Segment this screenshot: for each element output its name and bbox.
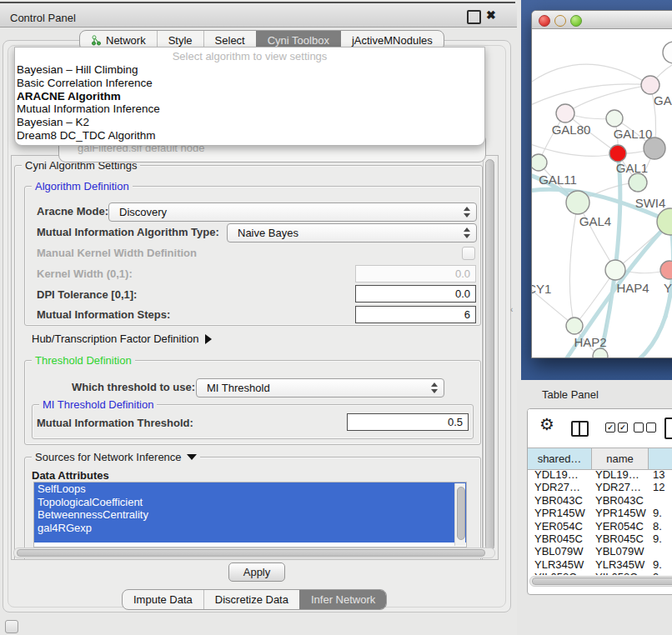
mi-type-combo[interactable]: Naive Bayes — [227, 223, 477, 242]
attribute-item-betweennesscentrality[interactable]: BetweennessCentrality — [34, 508, 466, 522]
tab-infer-network[interactable]: Infer Network — [299, 590, 386, 609]
table-row[interactable]: YDL19…YDL19…13 — [528, 468, 672, 481]
table-cell — [649, 494, 672, 507]
table-cell: YDR27… — [528, 481, 592, 493]
node-label-swi4: SWI4 — [635, 196, 666, 210]
tab-discretize-data[interactable]: Discretize Data — [203, 590, 299, 609]
network-node-gal4[interactable] — [566, 191, 589, 214]
data-attributes-list[interactable]: SelfLoopsTopologicalCoefficientBetweenne… — [33, 482, 467, 548]
tab-label: Network — [106, 34, 146, 47]
network-node-y[interactable] — [660, 261, 672, 279]
network-node-gal11[interactable] — [532, 154, 547, 171]
network-node[interactable] — [609, 145, 626, 162]
settings-vertical-scrollbar[interactable] — [483, 156, 495, 558]
apply-button[interactable]: Apply — [228, 562, 285, 582]
network-node-gal1[interactable] — [629, 173, 647, 192]
window-close-icon[interactable] — [539, 15, 550, 27]
table-cell: YLR345W — [528, 558, 592, 571]
manual-kernel-checkbox[interactable] — [462, 247, 475, 260]
attribute-item-topologicalcoefficient[interactable]: TopologicalCoefficient — [34, 496, 466, 509]
table-row[interactable]: YDR27…YDR27…12 — [528, 481, 672, 493]
table-cell: 13 — [649, 468, 672, 481]
algorithm-option-bayesian-k2[interactable]: Bayesian – K2 — [15, 116, 484, 129]
table-row[interactable]: YER054CYER054C8. — [528, 520, 672, 532]
attribute-item-selfloops[interactable]: SelfLoops — [34, 482, 466, 496]
mi-steps-label: Mutual Information Steps: — [37, 308, 170, 321]
column-header-name[interactable]: name — [592, 448, 649, 469]
mi-steps-field[interactable]: 6 — [355, 306, 476, 323]
algorithm-definition-title: Algorithm Definition — [32, 180, 133, 192]
dpi-tolerance-field[interactable]: 0.0 — [355, 285, 476, 302]
app-root: Control Panel ✖ NetworkStyleSelectCyni T… — [0, 0, 672, 635]
mi-threshold-label: Mutual Information Threshold: — [37, 417, 193, 429]
algorithm-option-dream8-dc-tdc-algorithm[interactable]: Dream8 DC_TDC Algorithm — [15, 129, 484, 142]
network-node[interactable] — [644, 138, 665, 159]
window-zoom-icon[interactable] — [570, 15, 582, 27]
tab-label: Style — [168, 34, 193, 47]
table-cell: YIL052C — [592, 571, 649, 575]
network-icon — [91, 35, 102, 46]
split-columns-icon[interactable] — [571, 421, 589, 437]
select-all-checkbox-icon[interactable]: ✓ — [618, 422, 628, 432]
deselect-checkbox-icon[interactable] — [634, 422, 644, 432]
node-label-gal4: GAL4 — [579, 214, 611, 228]
hub-definition-expander[interactable]: Hub/Transcription Factor Definition — [32, 332, 212, 345]
network-node-gal80[interactable] — [556, 104, 574, 122]
network-node[interactable] — [593, 348, 608, 358]
network-node-gal[interactable] — [641, 76, 659, 94]
table-row[interactable]: YBL079WYBL079W — [528, 545, 672, 558]
network-node-hap4[interactable] — [605, 260, 625, 280]
network-canvas[interactable]: GALGAL80GAL10GAL1GAL11GAL4SWI4GCY1HAP4YH… — [532, 29, 672, 358]
close-icon[interactable]: ✖ — [486, 8, 496, 22]
table-cell — [649, 545, 672, 558]
table-row[interactable]: YBR043CYBR043C — [528, 494, 672, 507]
float-window-icon[interactable] — [467, 10, 481, 24]
network-node[interactable] — [663, 42, 672, 63]
column-header-shared-[interactable]: shared… — [528, 448, 592, 469]
threshold-definition-group: Threshold Definition Which threshold to … — [24, 360, 481, 445]
select-all-checkbox-icon[interactable]: ✓ — [605, 422, 615, 432]
which-threshold-combo[interactable]: MI Threshold — [196, 378, 444, 398]
window-minimize-icon[interactable] — [554, 15, 566, 27]
aracne-mode-combo[interactable]: Discovery — [108, 202, 477, 222]
mi-type-value: Naive Bayes — [238, 227, 298, 239]
algorithm-dropdown-placeholder: Select algorithm to view settings — [15, 48, 484, 63]
table-cell: YDL19… — [592, 468, 649, 481]
docked-panel-icon[interactable] — [5, 620, 18, 633]
algorithm-option-bayesian-hill-climbing[interactable]: Bayesian – Hill Climbing — [15, 63, 484, 77]
mi-threshold-field[interactable]: 0.5 — [347, 413, 469, 431]
table-cell: YLR345W — [592, 558, 649, 571]
algorithm-option-aracne-algorithm[interactable]: ARACNE Algorithm — [15, 90, 484, 103]
panel-divider-arrow-icon[interactable]: ‹ — [510, 305, 513, 314]
tab-label: Select — [215, 34, 245, 47]
table-row[interactable]: YBR045CYBR045C9. — [528, 532, 672, 545]
algorithm-option-basic-correlation-inference[interactable]: Basic Correlation Inference — [15, 77, 484, 90]
network-window-titlebar[interactable] — [532, 11, 672, 29]
tab-impute-data[interactable]: Impute Data — [123, 590, 203, 609]
data-attributes-label: Data Attributes — [32, 469, 109, 482]
table-cell: YIL052C — [528, 571, 592, 575]
table-cell: YBR043C — [592, 494, 649, 507]
attribute-item-gal4rgexp[interactable]: gal4RGexp — [34, 522, 466, 535]
table-row[interactable]: YPR145WYPR145W9. — [528, 507, 672, 519]
settings-horizontal-scrollbar[interactable] — [13, 548, 495, 558]
network-window: GALGAL80GAL10GAL1GAL11GAL4SWI4GCY1HAP4YH… — [531, 10, 672, 358]
gear-icon[interactable]: ⚙ — [539, 414, 554, 434]
deselect-checkbox-icon[interactable] — [646, 422, 656, 432]
node-label-gal80: GAL80 — [552, 122, 591, 137]
table-row[interactable]: YIL052CYIL052C9. — [528, 571, 672, 575]
network-node-hap2[interactable] — [566, 318, 583, 334]
node-label-hap2: HAP2 — [574, 335, 606, 349]
list-scrollbar[interactable] — [454, 483, 465, 546]
table-header-row: shared…nameA — [528, 448, 672, 470]
table-cell: 9. — [649, 571, 672, 575]
kernel-width-field[interactable]: 0.0 — [355, 265, 476, 282]
column-header-a[interactable]: A — [649, 448, 672, 469]
network-node-gal10[interactable] — [606, 110, 623, 127]
partial-list-item — [34, 534, 466, 542]
algorithm-option-mutual-information-inference[interactable]: Mutual Information Inference — [15, 102, 484, 116]
table-doc-icon[interactable] — [664, 418, 672, 439]
aracne-mode-label: Aracne Mode: — [37, 205, 108, 218]
table-horizontal-scrollbar[interactable] — [529, 576, 672, 587]
table-row[interactable]: YLR345WYLR345W9. — [528, 558, 672, 571]
